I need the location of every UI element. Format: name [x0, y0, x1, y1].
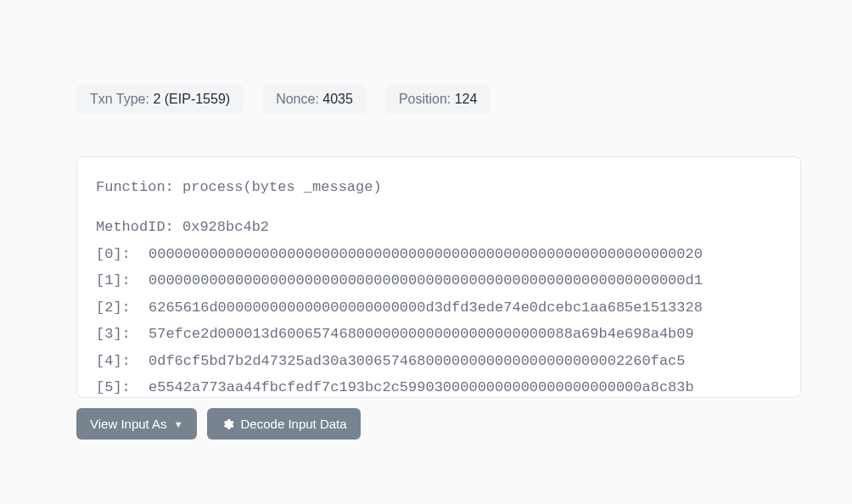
data-row: [1]:000000000000000000000000000000000000… [96, 267, 782, 294]
pill-value: 124 [455, 92, 478, 106]
row-val: 57efce2d000013d6006574680000000000000000… [149, 326, 694, 342]
gear-icon [221, 417, 234, 431]
pill-label: Position: [399, 92, 451, 106]
row-idx: [2]: [96, 294, 149, 321]
pill-value: 2 (EIP-1559) [153, 92, 230, 106]
pill-value: 4035 [322, 92, 353, 106]
attribute-pills: Txn Type: 2 (EIP-1559) Nonce: 4035 Posit… [76, 85, 801, 114]
row-idx: [5]: [96, 374, 149, 398]
input-data-panel: Function: process(bytes _message) Method… [76, 156, 801, 398]
row-idx: [0]: [96, 241, 149, 267]
action-buttons: View Input As ▼ Decode Input Data [76, 408, 801, 440]
row-val: 0000000000000000000000000000000000000000… [149, 246, 703, 262]
pill-label: Txn Type: [90, 92, 149, 106]
method-id-line: MethodID: 0x928bc4b2 [96, 214, 782, 240]
row-val: 0000000000000000000000000000000000000000… [149, 272, 703, 288]
data-row: [2]:6265616d000000000000000000000000d3df… [96, 294, 782, 321]
button-label: View Input As [90, 417, 167, 431]
row-idx: [4]: [96, 348, 149, 374]
row-idx: [1]: [96, 267, 149, 294]
data-row: [5]:e5542a773aa44fbcfedf7c193bc2c5990300… [96, 374, 782, 398]
decode-input-data-button[interactable]: Decode Input Data [207, 408, 361, 440]
pill-position: Position: 124 [385, 85, 491, 114]
chevron-down-icon: ▼ [174, 419, 183, 429]
row-val: e5542a773aa44fbcfedf7c193bc2c59903000000… [149, 379, 694, 395]
view-input-as-button[interactable]: View Input As ▼ [76, 408, 197, 440]
data-row: [0]:000000000000000000000000000000000000… [96, 241, 782, 267]
pill-txn-type: Txn Type: 2 (EIP-1559) [76, 85, 244, 114]
pill-nonce: Nonce: 4035 [262, 85, 367, 114]
function-line: Function: process(bytes _message) [96, 174, 782, 200]
pill-label: Nonce: [276, 92, 319, 106]
data-row: [4]:0df6cf5bd7b2d47325ad30a3006574680000… [96, 348, 782, 374]
button-label: Decode Input Data [241, 417, 347, 431]
row-idx: [3]: [96, 321, 149, 347]
data-row: [3]:57efce2d000013d600657468000000000000… [96, 321, 782, 347]
row-val: 6265616d000000000000000000000000d3dfd3ed… [149, 300, 703, 316]
row-val: 0df6cf5bd7b2d47325ad30a30065746800000000… [149, 353, 686, 369]
